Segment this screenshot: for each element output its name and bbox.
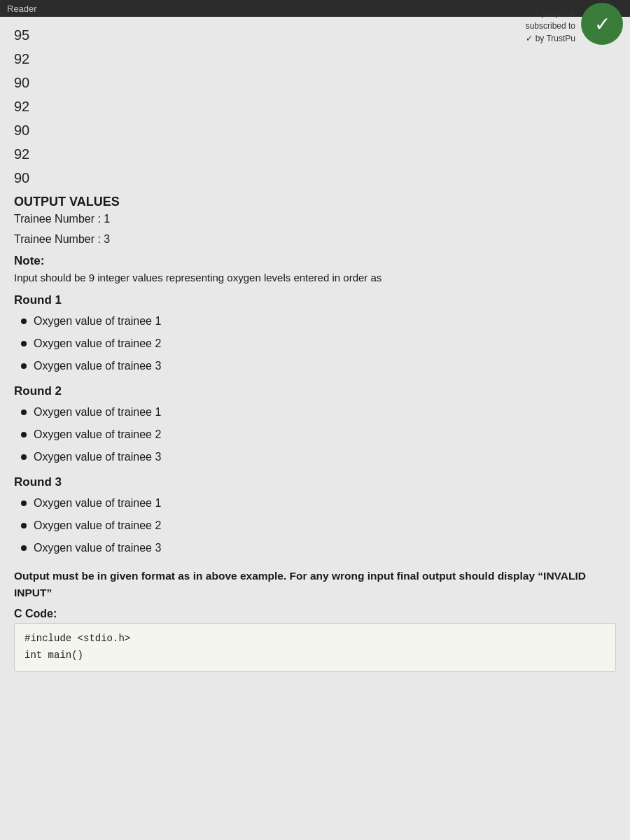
list-item: Oxygen value of trainee 3 (21, 446, 616, 468)
bullet-dot-icon (21, 341, 27, 346)
bullet-dot-icon (21, 432, 27, 438)
number-92-3: 92 (14, 143, 616, 165)
trust-info-line3: ✓ by TrustPu (526, 32, 575, 45)
trust-info-line1: 7 people in (526, 7, 575, 20)
number-92-1: 92 (14, 48, 616, 70)
list-item-text: Oxygen value of trainee 2 (34, 514, 161, 537)
round-3-label: Round 3 (14, 475, 616, 489)
number-90-2: 90 (14, 119, 616, 141)
list-item-text: Oxygen value of trainee 1 (34, 310, 161, 332)
trust-info: 7 people in subscribed to ✓ by TrustPu (526, 7, 575, 45)
trainee-number-1: Trainee Number : 1 (14, 209, 616, 230)
list-item: Oxygen value of trainee 3 (21, 537, 616, 559)
round-2-label: Round 2 (14, 384, 616, 398)
reader-label: Reader (7, 4, 37, 14)
list-item: Oxygen value of trainee 2 (21, 424, 616, 446)
bullet-dot-icon (21, 318, 27, 324)
list-item: Oxygen value of trainee 2 (21, 332, 616, 355)
round-2-list: Oxygen value of trainee 1Oxygen value of… (21, 401, 616, 468)
bullet-dot-icon (21, 454, 27, 460)
bullet-dot-icon (21, 545, 27, 551)
trust-badge: ✓ (581, 3, 623, 45)
bullet-dot-icon (21, 500, 27, 506)
output-values-title: OUTPUT VALUES (14, 195, 616, 209)
list-item-text: Oxygen value of trainee 2 (34, 424, 161, 446)
number-90-3: 90 (14, 167, 616, 189)
round-1-label: Round 1 (14, 293, 616, 307)
list-item-text: Oxygen value of trainee 3 (34, 355, 161, 377)
list-item: Oxygen value of trainee 3 (21, 355, 616, 377)
number-92-2: 92 (14, 95, 616, 118)
note-label: Note: (14, 254, 616, 268)
list-item-text: Oxygen value of trainee 3 (34, 446, 161, 468)
list-item-text: Oxygen value of trainee 1 (34, 492, 161, 514)
round-1-list: Oxygen value of trainee 1Oxygen value of… (21, 310, 616, 377)
list-item-text: Oxygen value of trainee 2 (34, 332, 161, 355)
output-values-section: OUTPUT VALUES Trainee Number : 1 Trainee… (14, 195, 616, 250)
list-item-text: Oxygen value of trainee 3 (34, 537, 161, 559)
code-line-1: #include <stdio.h> (24, 631, 606, 648)
list-item: Oxygen value of trainee 1 (21, 401, 616, 424)
trust-check-icon: ✓ (594, 13, 610, 36)
trust-info-line2: subscribed to (526, 20, 575, 32)
list-item: Oxygen value of trainee 1 (21, 310, 616, 332)
output-note: Output must be in given format as in abo… (14, 568, 616, 603)
round-3-list: Oxygen value of trainee 1Oxygen value of… (21, 492, 616, 559)
list-item: Oxygen value of trainee 1 (21, 492, 616, 514)
main-content: 95 92 90 92 90 92 90 OUTPUT VALUES Train… (0, 17, 630, 840)
bullet-dot-icon (21, 410, 27, 415)
code-block: #include <stdio.h> int main() (14, 623, 616, 672)
c-code-label: C Code: (14, 608, 616, 620)
bullet-dot-icon (21, 363, 27, 369)
list-item-text: Oxygen value of trainee 1 (34, 401, 161, 424)
code-line-2: int main() (24, 648, 606, 664)
number-90-1: 90 (14, 71, 616, 94)
rounds-container: Round 1Oxygen value of trainee 1Oxygen v… (14, 293, 616, 559)
note-text: Input should be 9 integer values represe… (14, 270, 616, 286)
trainee-number-3: Trainee Number : 3 (14, 230, 616, 250)
list-item: Oxygen value of trainee 2 (21, 514, 616, 537)
bullet-dot-icon (21, 523, 27, 528)
